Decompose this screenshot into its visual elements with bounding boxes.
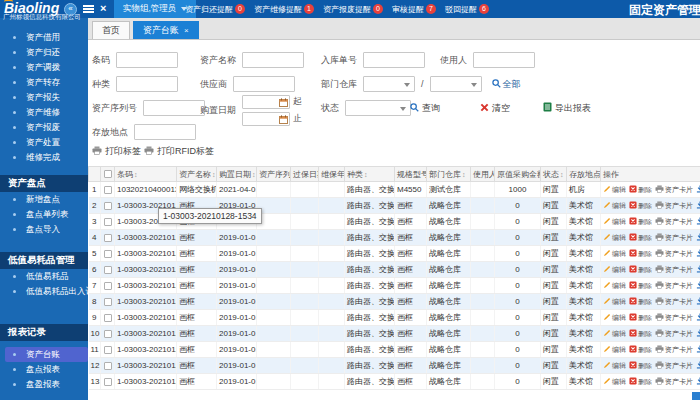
edit-button[interactable]: 编辑: [603, 313, 626, 323]
query-button[interactable]: 查询: [410, 100, 440, 116]
calendar-icon[interactable]: [279, 98, 288, 109]
asset-card-button[interactable]: 资产卡片: [655, 233, 693, 243]
dept-select[interactable]: [363, 76, 415, 92]
edit-button[interactable]: 编辑: [603, 217, 626, 227]
sidebar-item-资产报失[interactable]: 资产报失: [0, 90, 88, 105]
row-checkbox[interactable]: [104, 266, 112, 274]
scrollbar-corner[interactable]: [692, 392, 700, 400]
sort-icon[interactable]: ↕: [212, 171, 216, 178]
column-header-部门仓库[interactable]: 部门仓库↕: [427, 167, 471, 182]
edit-button[interactable]: 编辑: [603, 233, 626, 243]
sidebar-item-资产借用[interactable]: 资产借用: [0, 30, 88, 45]
column-header-规格型号[interactable]: 规格型号↕: [395, 167, 427, 182]
asset-card-button[interactable]: 资产卡片: [655, 281, 693, 291]
download-button[interactable]: 下载: [696, 185, 700, 195]
sort-icon[interactable]: ↕: [252, 171, 256, 178]
delete-button[interactable]: 删除: [629, 377, 652, 387]
user-input[interactable]: [473, 52, 535, 68]
column-header-资产序列号[interactable]: 资产序列号↕: [257, 167, 291, 182]
reminder-tab[interactable]: 资产维修提醒1: [254, 4, 314, 15]
delete-button[interactable]: 删除: [629, 265, 652, 275]
column-header-过保日期[interactable]: 过保日期↕: [291, 167, 319, 182]
sidebar-item-盘点导入[interactable]: 盘点导入: [0, 222, 88, 237]
download-button[interactable]: 下载: [696, 313, 700, 323]
delete-button[interactable]: 删除: [629, 201, 652, 211]
sidebar-item-盘盈报表[interactable]: 盘盈报表: [0, 377, 88, 392]
delete-button[interactable]: 删除: [629, 313, 652, 323]
sidebar-item-资产维修[interactable]: 资产维修: [0, 105, 88, 120]
sidebar-item-资产台账[interactable]: 资产台账: [5, 347, 88, 362]
download-button[interactable]: 下载: [696, 233, 700, 243]
status-select[interactable]: [345, 100, 411, 116]
sidebar-item-维修完成[interactable]: 维修完成: [0, 150, 88, 165]
sidebar-item-资产处置[interactable]: 资产处置: [0, 135, 88, 150]
close-icon[interactable]: ×: [100, 2, 106, 14]
reminder-tab[interactable]: 资产归还提醒0: [185, 4, 245, 15]
download-button[interactable]: 下载: [696, 361, 700, 371]
reminder-tab[interactable]: 资产报废提醒0: [323, 4, 383, 15]
download-button[interactable]: 下载: [696, 281, 700, 291]
edit-button[interactable]: 编辑: [603, 377, 626, 387]
column-header-存放地点[interactable]: 存放地点↕: [567, 167, 601, 182]
asset-card-button[interactable]: 资产卡片: [655, 361, 693, 371]
barcode-input[interactable]: [116, 52, 178, 68]
sort-icon[interactable]: ↕: [560, 171, 564, 178]
download-button[interactable]: 下载: [696, 265, 700, 275]
column-header-资产名称[interactable]: 资产名称↕: [177, 167, 217, 182]
row-checkbox[interactable]: [104, 362, 112, 370]
delete-button[interactable]: 删除: [629, 297, 652, 307]
sidebar-item-新增盘点[interactable]: 新增盘点: [0, 192, 88, 207]
edit-button[interactable]: 编辑: [603, 297, 626, 307]
delete-button[interactable]: 删除: [629, 249, 652, 259]
sidebar-item-低值易耗品出入记录[interactable]: 低值易耗品出入记录: [0, 284, 88, 299]
calendar-icon[interactable]: [279, 115, 288, 126]
sidebar-item-资产归还[interactable]: 资产归还: [0, 45, 88, 60]
row-checkbox[interactable]: [104, 282, 112, 290]
print-label-button[interactable]: 打印标签: [92, 145, 141, 158]
warehouse-select[interactable]: [430, 76, 482, 92]
delete-button[interactable]: 删除: [629, 233, 652, 243]
sort-icon[interactable]: ↕: [364, 171, 368, 178]
sidebar-item-盘点单列表[interactable]: 盘点单列表: [0, 207, 88, 222]
tab-asset-ledger[interactable]: 资产台账 ×: [133, 21, 199, 39]
asset-card-button[interactable]: 资产卡片: [655, 313, 693, 323]
select-all-checkbox[interactable]: [104, 170, 112, 178]
row-checkbox[interactable]: [104, 202, 112, 210]
asset-card-button[interactable]: 资产卡片: [655, 329, 693, 339]
row-checkbox[interactable]: [104, 234, 112, 242]
row-checkbox[interactable]: [104, 186, 112, 194]
delete-button[interactable]: 删除: [629, 217, 652, 227]
sidebar-item-资产报废[interactable]: 资产报废: [0, 120, 88, 135]
row-checkbox[interactable]: [104, 298, 112, 306]
download-button[interactable]: 下载: [696, 297, 700, 307]
edit-button[interactable]: 编辑: [603, 201, 626, 211]
sort-icon[interactable]: ↕: [462, 171, 466, 178]
delete-button[interactable]: 删除: [629, 345, 652, 355]
all-link[interactable]: 全部: [492, 78, 521, 91]
category-input[interactable]: [116, 76, 178, 92]
column-header-购置日期[interactable]: 购置日期↕: [217, 167, 257, 182]
download-button[interactable]: 下载: [696, 249, 700, 259]
download-button[interactable]: 下载: [696, 345, 700, 355]
asset-card-button[interactable]: 资产卡片: [655, 185, 693, 195]
print-rfid-label-button[interactable]: 打印RFID标签: [144, 145, 214, 158]
edit-button[interactable]: 编辑: [603, 281, 626, 291]
download-button[interactable]: 下载: [696, 377, 700, 387]
serial-input[interactable]: [143, 100, 205, 116]
row-checkbox[interactable]: [104, 330, 112, 338]
location-input[interactable]: [134, 124, 196, 140]
sort-icon[interactable]: ↕: [134, 171, 138, 178]
column-header-维保年份[interactable]: 维保年份↕: [319, 167, 345, 182]
column-header-状态[interactable]: 状态↕: [541, 167, 567, 182]
sidebar-item-低值易耗品[interactable]: 低值易耗品: [0, 269, 88, 284]
export-report-button[interactable]: 导出报表: [543, 100, 591, 116]
download-button[interactable]: 下载: [696, 329, 700, 339]
asset-card-button[interactable]: 资产卡片: [655, 297, 693, 307]
sidebar-item-资产调拨[interactable]: 资产调拨: [0, 60, 88, 75]
delete-button[interactable]: 删除: [629, 281, 652, 291]
delete-button[interactable]: 删除: [629, 361, 652, 371]
tab-close-icon[interactable]: ×: [184, 26, 189, 35]
reminder-tab[interactable]: 驳回提醒6: [445, 4, 489, 15]
sidebar-item-盘点报表[interactable]: 盘点报表: [0, 362, 88, 377]
clear-button[interactable]: 清空: [480, 100, 510, 116]
